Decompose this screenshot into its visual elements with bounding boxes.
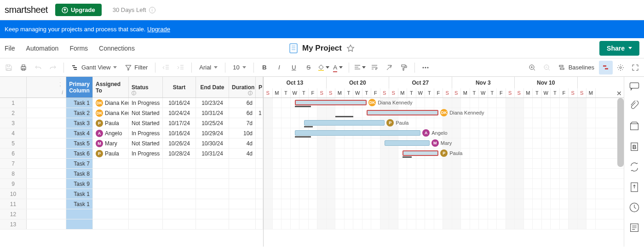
col-end[interactable]: End Date	[196, 77, 229, 98]
cell-start[interactable]: 10/28/24	[163, 149, 196, 158]
cell-assigned[interactable]: DKDiana Ken	[93, 98, 129, 108]
cell-start[interactable]	[163, 169, 196, 178]
table-row[interactable]: 7Task 7	[0, 159, 263, 169]
cell-status[interactable]: Not Started	[129, 108, 163, 118]
col-status[interactable]: Statusⓘ	[129, 77, 163, 98]
close-icon[interactable]: ✕	[616, 90, 622, 97]
critical-path-icon[interactable]	[599, 61, 613, 75]
cell-end[interactable]: 10/25/24	[196, 118, 229, 128]
menu-connections[interactable]: Connections	[99, 45, 135, 52]
row-number[interactable]: 5	[0, 138, 27, 148]
row-number[interactable]: 12	[0, 209, 27, 219]
cell-p[interactable]	[256, 98, 263, 108]
cell-status[interactable]: In Progress	[129, 128, 163, 138]
cell-start[interactable]: 10/16/24	[163, 98, 196, 108]
cell-duration[interactable]	[229, 159, 256, 168]
gantt-bar[interactable]	[367, 110, 438, 115]
strikethrough-icon[interactable]: S	[302, 61, 316, 75]
baselines-button[interactable]: Baselines	[555, 61, 598, 75]
row-number[interactable]: 8	[0, 169, 27, 178]
table-row[interactable]: 5Task 5MMaryNot Started10/26/2410/30/244…	[0, 138, 263, 149]
gantt-bar[interactable]	[402, 150, 438, 156]
cell-p[interactable]: 1	[256, 108, 263, 118]
cell-end[interactable]: 10/31/24	[196, 108, 229, 118]
cell-assigned[interactable]	[93, 159, 129, 168]
col-duration[interactable]: Durationⓘ	[229, 77, 256, 98]
cell-end[interactable]: 10/23/24	[196, 98, 229, 108]
cell-status[interactable]	[129, 189, 163, 199]
cell-duration[interactable]	[229, 189, 256, 199]
cell-duration[interactable]: 7d	[229, 118, 256, 128]
table-row[interactable]: 12	[0, 209, 263, 219]
cell-task[interactable]: Task 9	[66, 179, 93, 189]
save-icon[interactable]	[2, 61, 16, 75]
expand-icon[interactable]	[628, 61, 642, 75]
zoom-out-icon[interactable]	[540, 61, 554, 75]
table-row[interactable]: 8Task 8	[0, 169, 263, 179]
menu-forms[interactable]: Forms	[69, 45, 88, 52]
cell-task[interactable]: Task 4	[66, 128, 93, 138]
cell-duration[interactable]	[229, 169, 256, 178]
filter-button[interactable]: Filter	[121, 61, 151, 75]
table-row[interactable]: 2Task 2DKDiana KenNot Started10/24/2410/…	[0, 108, 263, 118]
cell-assigned[interactable]	[93, 199, 129, 209]
cell-task[interactable]: Task 3	[66, 118, 93, 128]
cell-end[interactable]	[196, 179, 229, 189]
cell-task[interactable]: Task 5	[66, 138, 93, 148]
row-number[interactable]: 10	[0, 189, 27, 199]
cell-assigned[interactable]	[93, 189, 129, 199]
col-p[interactable]: P	[256, 77, 263, 98]
gantt-bar[interactable]	[295, 100, 367, 105]
col-primary[interactable]: Primary Column	[66, 77, 93, 98]
gantt-bar[interactable]	[295, 130, 420, 136]
cell-assigned[interactable]: PPaula	[93, 149, 129, 158]
cell-duration[interactable]	[229, 219, 256, 229]
cell-start[interactable]: 10/16/24	[163, 128, 196, 138]
gantt-bar[interactable]	[385, 140, 430, 146]
cell-p[interactable]	[256, 169, 263, 178]
undo-icon[interactable]	[31, 61, 45, 75]
cell-end[interactable]: 10/29/24	[196, 128, 229, 138]
table-row[interactable]: 1Task 1DKDiana KenIn Progress10/16/2410/…	[0, 98, 263, 108]
cell-status[interactable]	[129, 209, 163, 219]
cell-end[interactable]	[196, 199, 229, 209]
banner-upgrade-link[interactable]: Upgrade	[147, 26, 170, 33]
format-painter-icon[interactable]	[397, 61, 411, 75]
cell-status[interactable]: In Progress	[129, 149, 163, 158]
cell-assigned[interactable]: MMary	[93, 138, 129, 148]
share-button[interactable]: Share	[599, 41, 639, 56]
row-number[interactable]: 1	[0, 98, 27, 108]
more-icon[interactable]	[419, 61, 432, 75]
cell-end[interactable]	[196, 219, 229, 229]
table-row[interactable]: 4Task 4AAngeloIn Progress10/16/2410/29/2…	[0, 128, 263, 138]
cell-p[interactable]	[256, 159, 263, 168]
settings-icon[interactable]	[614, 61, 627, 75]
info-icon[interactable]: i	[149, 7, 155, 13]
cell-duration[interactable]: 4d	[229, 149, 256, 158]
row-number[interactable]: 3	[0, 118, 27, 128]
cell-p[interactable]	[256, 138, 263, 148]
cell-start[interactable]	[163, 189, 196, 199]
update-requests-icon[interactable]	[629, 161, 640, 172]
align-icon[interactable]	[353, 61, 367, 75]
activity-log-icon[interactable]	[629, 202, 640, 213]
cell-end[interactable]: 10/30/24	[196, 138, 229, 148]
cell-start[interactable]	[163, 219, 196, 229]
menu-automation[interactable]: Automation	[26, 45, 59, 52]
cell-start[interactable]	[163, 199, 196, 209]
cell-p[interactable]	[256, 118, 263, 128]
row-number[interactable]: 9	[0, 179, 27, 189]
cell-p[interactable]	[256, 209, 263, 219]
fill-color-icon[interactable]	[316, 61, 330, 75]
table-row[interactable]: 11Task 1	[0, 199, 263, 209]
text-color-icon[interactable]: A	[331, 61, 345, 75]
italic-icon[interactable]: I	[272, 61, 286, 75]
outdent-icon[interactable]	[159, 61, 173, 75]
cell-start[interactable]: 10/17/24	[163, 118, 196, 128]
cell-task[interactable]	[66, 219, 93, 229]
col-assigned[interactable]: Assigned To	[93, 77, 129, 98]
col-start[interactable]: Start	[163, 77, 196, 98]
row-number[interactable]: 7	[0, 159, 27, 168]
zoom-in-icon[interactable]	[525, 61, 539, 75]
row-number[interactable]: 6	[0, 149, 27, 158]
